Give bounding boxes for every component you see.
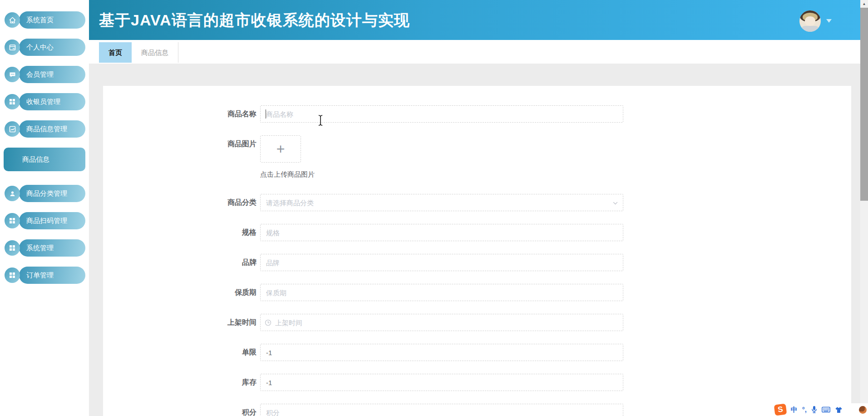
- field-label: 库存: [103, 374, 260, 391]
- sidebar-subitem-product-info-list[interactable]: 商品信息: [4, 148, 85, 171]
- chinese-mode-icon[interactable]: 中: [791, 403, 798, 416]
- input-method-toolbar: S中°,: [771, 403, 868, 416]
- plus-icon: +: [276, 142, 285, 156]
- content-area: 商品名称 商品图片 + 点击上传商品图片 商品分类 规格 品牌: [89, 64, 860, 416]
- stock-input[interactable]: [260, 374, 623, 391]
- field-label: 商品名称: [103, 105, 260, 123]
- form-row-points: 积分: [103, 404, 851, 416]
- grid-icon: [5, 267, 20, 283]
- mic-icon[interactable]: [811, 406, 817, 414]
- field-label: 保质期: [103, 284, 260, 301]
- grid-icon: [5, 94, 20, 109]
- header: 基于JAVA语言的超市收银系统的设计与实现: [89, 0, 860, 40]
- sidebar-item-product-category[interactable]: 商品分类管理: [0, 185, 89, 202]
- tab-bar: 首页商品信息: [89, 40, 860, 64]
- chat-icon: [5, 67, 20, 82]
- form-row-per-limit: 单限: [103, 344, 851, 361]
- tab-product-info[interactable]: 商品信息: [132, 42, 178, 63]
- sidebar-item-members[interactable]: 会员管理: [0, 66, 89, 83]
- field-label: 商品图片: [103, 135, 260, 179]
- field-label: 单限: [103, 344, 260, 361]
- points-input[interactable]: [260, 404, 623, 416]
- sidebar-item-profile[interactable]: 个人中心: [0, 39, 89, 56]
- text-caret: [266, 109, 266, 119]
- form-row-brand: 品牌: [103, 254, 851, 271]
- form-row-spec: 规格: [103, 224, 851, 241]
- upload-caption: 点击上传商品图片: [260, 170, 623, 179]
- form-row-category: 商品分类: [103, 194, 851, 211]
- user-icon: [5, 186, 20, 201]
- sidebar-item-label[interactable]: 商品扫码管理: [19, 212, 85, 229]
- sidebar-item-product-scan[interactable]: 商品扫码管理: [0, 212, 89, 229]
- field-label: 规格: [103, 224, 260, 241]
- sidebar-item-label[interactable]: 商品分类管理: [19, 185, 85, 202]
- tab-home[interactable]: 首页: [99, 42, 132, 63]
- form-row-stock: 库存: [103, 374, 851, 391]
- form-row-launch-time: 上架时间: [103, 314, 851, 331]
- toolbox-icon[interactable]: [847, 406, 854, 413]
- field-label: 积分: [103, 404, 260, 416]
- grid-icon: [5, 240, 20, 256]
- shelf-life-input[interactable]: [260, 284, 623, 301]
- sogou-logo-icon[interactable]: S: [774, 404, 787, 416]
- launch-time-input[interactable]: [260, 314, 623, 331]
- form-row-shelf-life: 保质期: [103, 284, 851, 301]
- field-label: 商品分类: [103, 194, 260, 211]
- upload-image-button[interactable]: +: [260, 135, 301, 163]
- scroll-up-icon[interactable]: ▲: [860, 0, 868, 8]
- sidebar-item-label[interactable]: 会员管理: [19, 66, 85, 83]
- page-title: 基于JAVA语言的超市收银系统的设计与实现: [89, 0, 860, 40]
- scrollbar-thumb[interactable]: [860, 8, 868, 201]
- sidebar-item-product-info[interactable]: 商品信息管理: [0, 120, 89, 138]
- sidebar-item-label[interactable]: 系统管理: [19, 239, 85, 257]
- form-row-image: 商品图片 + 点击上传商品图片: [103, 135, 851, 179]
- chevron-down-icon[interactable]: [826, 19, 832, 23]
- home-icon: [5, 12, 20, 28]
- sidebar-item-label[interactable]: 商品信息管理: [19, 120, 85, 138]
- vertical-scrollbar[interactable]: ▲ ▼: [860, 0, 868, 416]
- category-select[interactable]: [260, 194, 623, 211]
- sidebar: 系统首页 个人中心 会员管理 收银员管理 商品信息管理 商品信息 商品分类管理 …: [0, 0, 89, 416]
- sidebar-item-cashiers[interactable]: 收银员管理: [0, 93, 89, 110]
- spec-input[interactable]: [260, 224, 623, 241]
- sidebar-item-orders[interactable]: 订单管理: [0, 267, 89, 284]
- product-form: 商品名称 商品图片 + 点击上传商品图片 商品分类 规格 品牌: [103, 105, 851, 416]
- grid-icon: [5, 213, 20, 228]
- brand-input[interactable]: [260, 254, 623, 271]
- sidebar-item-label[interactable]: 收银员管理: [19, 93, 85, 110]
- sidebar-item-system[interactable]: 系统管理: [0, 239, 89, 257]
- per-limit-input[interactable]: [260, 344, 623, 361]
- sidebar-item-home[interactable]: 系统首页: [0, 11, 89, 29]
- product-form-card: 商品名称 商品图片 + 点击上传商品图片 商品分类 规格 品牌: [103, 86, 851, 416]
- form-row-name: 商品名称: [103, 105, 851, 123]
- chart-icon: [5, 121, 20, 137]
- field-label: 上架时间: [103, 314, 260, 331]
- shirt-icon[interactable]: [835, 406, 843, 413]
- punctuation-mode-icon[interactable]: °,: [802, 403, 807, 416]
- sidebar-item-label[interactable]: 系统首页: [19, 11, 85, 29]
- emoji-icon[interactable]: [859, 406, 867, 414]
- avatar[interactable]: [799, 10, 821, 32]
- field-label: 品牌: [103, 254, 260, 271]
- keyboard-icon[interactable]: [822, 406, 830, 413]
- sidebar-item-label[interactable]: 订单管理: [19, 267, 85, 284]
- profile-card-icon: [5, 40, 20, 55]
- name-input[interactable]: [260, 105, 623, 123]
- sidebar-item-label[interactable]: 个人中心: [19, 39, 85, 56]
